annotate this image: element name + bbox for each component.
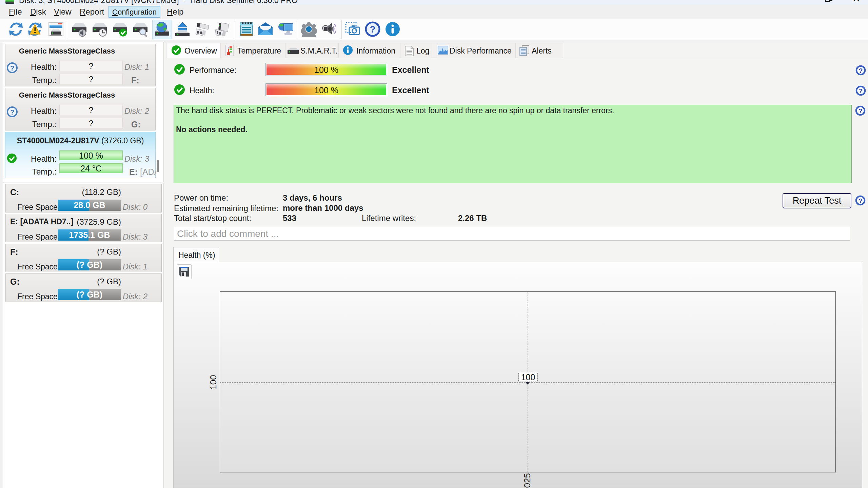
svg-text:?: ? xyxy=(859,107,862,115)
svg-text:?: ? xyxy=(370,24,375,35)
svg-text:?: ? xyxy=(859,197,862,204)
svg-text:?: ? xyxy=(859,67,863,74)
svg-text:?: ? xyxy=(859,87,863,95)
